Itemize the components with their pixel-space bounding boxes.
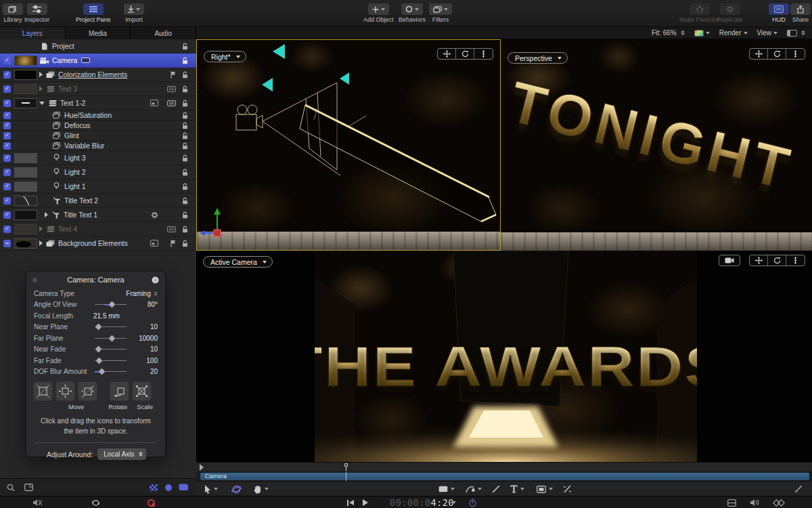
disclosure-triangle-icon[interactable] bbox=[39, 72, 43, 77]
orbit-tool-button[interactable] bbox=[768, 255, 786, 266]
share-button[interactable]: Share bbox=[790, 3, 811, 23]
layer-checkbox[interactable] bbox=[3, 100, 11, 107]
flag-icon[interactable] bbox=[171, 71, 176, 79]
tab-layers[interactable]: Layers bbox=[0, 27, 66, 39]
layer-row-light-1[interactable]: Light 1 bbox=[0, 179, 196, 194]
lock-icon[interactable] bbox=[182, 154, 188, 162]
resize-timeline-handle[interactable] bbox=[794, 482, 803, 496]
info-icon[interactable]: i bbox=[152, 276, 159, 284]
rotate-handle[interactable] bbox=[110, 381, 129, 401]
lock-icon[interactable] bbox=[182, 43, 188, 50]
show-timeline-button[interactable] bbox=[727, 496, 736, 508]
viewport-camera-menu[interactable]: Perspective bbox=[508, 52, 568, 64]
layer-row-text-4[interactable]: Text 4 bbox=[0, 222, 196, 236]
dolly-tool-button[interactable] bbox=[474, 49, 493, 59]
record-button[interactable] bbox=[148, 496, 155, 508]
lock-icon[interactable] bbox=[182, 183, 188, 190]
layer-row-colorization-elements[interactable]: Colorization Elements bbox=[0, 68, 196, 82]
channel-color-control[interactable] bbox=[694, 30, 710, 37]
timeline-collapse-icon[interactable] bbox=[199, 464, 204, 471]
layer-checkbox[interactable] bbox=[3, 122, 11, 129]
layer-checkbox[interactable] bbox=[3, 183, 11, 190]
adjust-item-tool[interactable] bbox=[563, 482, 572, 496]
disclosure-triangle-icon[interactable] bbox=[39, 102, 45, 105]
viewport-perspective[interactable]: TONIGHT TONIGHT Perspective bbox=[501, 39, 812, 251]
text-tool[interactable] bbox=[510, 482, 524, 496]
lock-icon[interactable] bbox=[182, 132, 188, 140]
layer-checkbox[interactable] bbox=[3, 197, 11, 205]
show-audio-button[interactable] bbox=[750, 496, 759, 508]
tab-media[interactable]: Media bbox=[66, 27, 131, 39]
hud-button[interactable]: HUD bbox=[769, 3, 789, 23]
3d-transform-tool[interactable] bbox=[231, 482, 242, 496]
far-fade-slider[interactable] bbox=[95, 358, 127, 364]
search-icon[interactable] bbox=[7, 484, 15, 492]
timecode-display[interactable]: 00:00:04:20 bbox=[390, 496, 454, 508]
move-xy-handle[interactable] bbox=[33, 381, 53, 401]
lock-icon[interactable] bbox=[182, 211, 188, 219]
disclosure-triangle-icon[interactable] bbox=[39, 240, 43, 246]
keyframe-record-icon[interactable] bbox=[468, 496, 477, 508]
layer-row-hue-saturation[interactable]: Hue/Saturation bbox=[0, 110, 196, 121]
disclosure-triangle-icon[interactable] bbox=[39, 226, 43, 232]
far-plane-slider[interactable] bbox=[95, 335, 127, 341]
library-button[interactable]: Library bbox=[3, 3, 23, 23]
layer-row-variable-blur[interactable]: Variable Blur bbox=[0, 141, 196, 151]
viewport-active-camera[interactable]: THE AWARDS THE AWARDS Active Camera bbox=[196, 251, 812, 462]
layer-checkbox[interactable] bbox=[3, 226, 11, 233]
layer-row-project[interactable]: Project bbox=[0, 39, 196, 54]
angle-of-view-slider[interactable] bbox=[95, 301, 127, 308]
layer-checkbox[interactable] bbox=[3, 211, 11, 219]
camera-overlay-button[interactable] bbox=[719, 255, 740, 266]
layer-row-background-elements[interactable]: Background Elements bbox=[0, 236, 196, 251]
import-button[interactable]: Import bbox=[124, 3, 144, 23]
pan-tool-button[interactable] bbox=[750, 49, 768, 59]
layer-checkbox[interactable] bbox=[3, 71, 11, 79]
viewport-camera-menu[interactable]: Right* bbox=[204, 51, 246, 62]
view-menu[interactable]: View bbox=[757, 29, 778, 37]
inspector-button[interactable]: Inspector bbox=[24, 3, 49, 23]
lock-icon[interactable] bbox=[182, 240, 188, 247]
flag-icon[interactable] bbox=[171, 240, 176, 247]
layer-checkbox[interactable] bbox=[3, 240, 11, 247]
dof-blur-slider[interactable] bbox=[95, 368, 127, 375]
show-filters-toggle[interactable] bbox=[179, 484, 188, 490]
project-pane-button[interactable]: Project Pane bbox=[76, 3, 111, 23]
layer-checkbox[interactable] bbox=[3, 85, 11, 93]
display-badge-icon[interactable] bbox=[167, 86, 176, 92]
disclosure-triangle-icon[interactable] bbox=[45, 212, 48, 217]
timecode-menu-chevron[interactable] bbox=[452, 496, 456, 508]
layer-row-glint[interactable]: Glint bbox=[0, 131, 196, 141]
dolly-tool-button[interactable] bbox=[786, 49, 805, 59]
lock-icon[interactable] bbox=[182, 85, 188, 93]
add-object-button[interactable]: Add Object bbox=[363, 3, 394, 23]
playhead[interactable] bbox=[344, 463, 348, 471]
move-orient-handle[interactable] bbox=[78, 381, 97, 401]
layer-checkbox[interactable] bbox=[3, 154, 11, 162]
orbit-tool-button[interactable] bbox=[768, 49, 786, 59]
lock-icon[interactable] bbox=[182, 100, 188, 107]
near-plane-slider[interactable] bbox=[95, 324, 127, 330]
select-tool[interactable] bbox=[204, 482, 218, 496]
viewport-right[interactable]: Right* bbox=[196, 39, 501, 251]
scale-handle[interactable] bbox=[132, 381, 152, 401]
adjust-around-select[interactable]: Local Axis bbox=[97, 448, 146, 460]
camera-track-bar[interactable]: Camera bbox=[200, 473, 809, 480]
orbit-tool-button[interactable] bbox=[456, 49, 474, 59]
layer-row-camera[interactable]: Camera bbox=[0, 54, 196, 68]
lock-icon[interactable] bbox=[182, 169, 188, 176]
layer-row-text-1-2[interactable]: Text 1-2 bbox=[0, 96, 196, 110]
lock-icon[interactable] bbox=[182, 112, 188, 119]
display-badge-icon[interactable] bbox=[167, 100, 176, 106]
filter-pane-icon[interactable] bbox=[24, 484, 33, 491]
mask-tool[interactable] bbox=[537, 482, 553, 496]
lock-icon[interactable] bbox=[182, 226, 188, 233]
near-fade-slider[interactable] bbox=[95, 346, 127, 352]
lock-icon[interactable] bbox=[182, 197, 188, 205]
layer-checkbox[interactable] bbox=[3, 132, 11, 140]
lock-icon[interactable] bbox=[182, 57, 188, 64]
fit-zoom-control[interactable]: Fit: 66% bbox=[652, 29, 685, 37]
pan-view-tool[interactable] bbox=[253, 482, 269, 496]
layer-row-light-2[interactable]: Light 2 bbox=[0, 165, 196, 179]
timeline-ruler[interactable] bbox=[196, 462, 812, 471]
